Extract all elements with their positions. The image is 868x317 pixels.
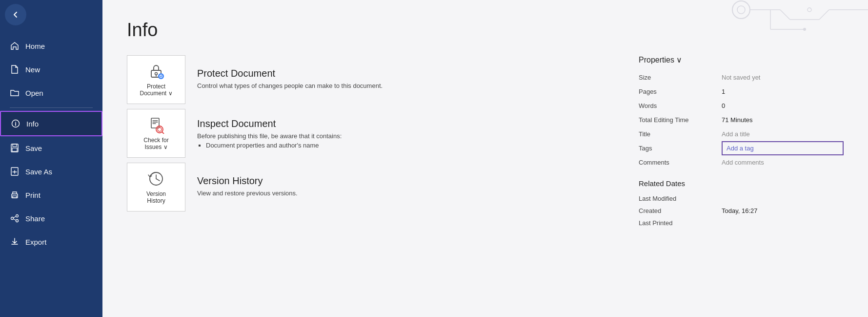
date-created-label: Created [639, 205, 722, 217]
prop-tags-value[interactable]: Add a tag [722, 141, 844, 155]
version-history-heading: Version History [197, 175, 298, 187]
lock-icon [147, 63, 165, 80]
sidebar-item-save-as[interactable]: Save As [0, 160, 102, 183]
prop-words-value: 0 [722, 99, 844, 113]
inspect-document-heading: Inspect Document [197, 118, 342, 129]
svg-rect-3 [12, 148, 17, 151]
inspect-document-text: Inspect Document Before publishing this … [197, 118, 342, 149]
sidebar-divider [10, 107, 93, 108]
print-icon [10, 190, 20, 200]
date-last-printed-label: Last Printed [639, 217, 722, 229]
version-history-button[interactable]: VersionHistory [127, 163, 185, 211]
main-body: ProtectDocument ∨ Protect Document Contr… [127, 55, 844, 297]
svg-line-13 [780, 10, 790, 20]
sidebar-item-print[interactable]: Print [0, 183, 102, 207]
inspect-document-list: Document properties and author's name [197, 142, 342, 149]
prop-title-value[interactable]: Add a title [722, 127, 844, 141]
home-icon [10, 41, 20, 51]
protect-document-text: Protect Document Control what types of c… [197, 68, 383, 91]
sidebar-item-share[interactable]: Share [0, 207, 102, 230]
sidebar-item-open-label: Open [25, 89, 43, 97]
check-issues-button[interactable]: Check forIssues ∨ [127, 109, 185, 158]
svg-point-27 [158, 127, 161, 131]
sidebar-item-save-label: Save [25, 144, 42, 152]
sidebar-item-new-label: New [25, 65, 40, 74]
back-button[interactable] [5, 4, 26, 25]
sidebar: Home New Open [0, 0, 102, 317]
sidebar-item-print-label: Print [25, 191, 40, 199]
prop-title-label: Title [639, 127, 722, 141]
svg-point-11 [737, 6, 745, 14]
prop-editing-time-value: 71 Minutes [722, 113, 844, 127]
protect-document-desc: Control what types of changes people can… [197, 82, 383, 89]
properties-panel: Properties ∨ Size Not saved yet Pages 1 … [639, 55, 844, 297]
date-last-modified-label: Last Modified [639, 192, 722, 205]
date-last-modified-value [722, 192, 844, 205]
svg-point-20 [803, 28, 806, 31]
version-history-card: VersionHistory Version History View and … [127, 163, 619, 211]
properties-table: Size Not saved yet Pages 1 Words 0 Total… [639, 70, 844, 169]
sidebar-item-export[interactable]: Export [0, 230, 102, 254]
version-history-label: VersionHistory [146, 190, 166, 205]
svg-point-17 [807, 8, 811, 12]
date-table: Last Modified Created Today, 16:27 Last … [639, 192, 844, 229]
sidebar-item-home-label: Home [25, 42, 45, 50]
related-dates-section: Related Dates Last Modified Created Toda… [639, 179, 844, 229]
sidebar-item-info-label: Info [26, 120, 39, 128]
prop-size-label: Size [639, 70, 722, 85]
inspect-document-desc: Before publishing this file, be aware th… [197, 132, 342, 140]
version-history-text: Version History View and restore previou… [197, 175, 298, 199]
decoration-graphic [683, 0, 868, 39]
prop-editing-time-label: Total Editing Time [639, 113, 722, 127]
protect-document-button[interactable]: ProtectDocument ∨ [127, 55, 185, 104]
sidebar-item-new[interactable]: New [0, 58, 102, 81]
properties-header: Properties ∨ [639, 55, 844, 64]
save-as-icon [10, 167, 20, 176]
prop-size-value: Not saved yet [722, 70, 844, 85]
new-doc-icon [10, 64, 20, 74]
protect-document-card: ProtectDocument ∨ Protect Document Contr… [127, 55, 619, 104]
date-last-printed-value [722, 217, 844, 229]
svg-point-24 [160, 74, 163, 78]
inspect-document-card: Check forIssues ∨ Inspect Document Befor… [127, 109, 619, 158]
prop-tags-label: Tags [639, 141, 722, 155]
main-content: Info ProtectDocument ∨ [102, 0, 868, 317]
prop-comments-value[interactable]: Add comments [722, 155, 844, 169]
save-icon [10, 143, 20, 153]
prop-pages-label: Pages [639, 85, 722, 99]
prop-comments-label: Comments [639, 155, 722, 169]
sidebar-item-share-label: Share [25, 214, 45, 223]
inspect-document-item: Document properties and author's name [206, 142, 342, 149]
sidebar-item-info[interactable]: Info [0, 111, 102, 136]
svg-point-9 [11, 217, 14, 220]
sidebar-nav: Home New Open [0, 34, 102, 254]
check-issues-label: Check forIssues ∨ [143, 137, 168, 151]
inspect-icon [147, 116, 165, 134]
prop-words-label: Words [639, 99, 722, 113]
sidebar-item-save-as-label: Save As [25, 168, 52, 176]
sidebar-item-save[interactable]: Save [0, 136, 102, 160]
share-icon [10, 213, 20, 223]
protect-document-heading: Protect Document [197, 68, 383, 79]
date-created-value: Today, 16:27 [722, 205, 844, 217]
svg-line-15 [819, 10, 829, 20]
version-history-desc: View and restore previous versions. [197, 190, 298, 197]
open-folder-icon [10, 88, 20, 98]
svg-point-10 [732, 1, 750, 19]
sidebar-item-export-label: Export [25, 238, 46, 246]
export-icon [10, 237, 20, 247]
sidebar-item-home[interactable]: Home [0, 34, 102, 58]
svg-rect-2 [13, 144, 17, 147]
protect-document-label: ProtectDocument ∨ [140, 83, 172, 97]
actions-column: ProtectDocument ∨ Protect Document Contr… [127, 55, 619, 297]
properties-header-label: Properties ∨ [639, 55, 682, 64]
sidebar-item-open[interactable]: Open [0, 81, 102, 105]
info-circle-icon [11, 119, 20, 128]
svg-point-7 [16, 215, 19, 217]
svg-point-8 [16, 220, 19, 222]
history-icon [147, 170, 165, 188]
related-dates-header: Related Dates [639, 179, 844, 188]
prop-pages-value: 1 [722, 85, 844, 99]
